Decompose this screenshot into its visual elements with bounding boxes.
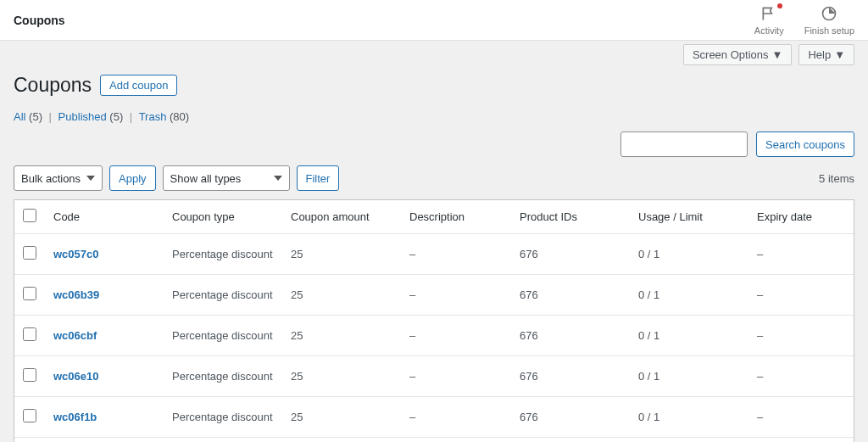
coupon-amount-cell: 25 bbox=[282, 234, 401, 275]
coupon-type-cell: Percentage discount bbox=[164, 316, 282, 356]
usage-column-footer: Usage / Limit bbox=[630, 438, 748, 443]
filter-trash-count: (80) bbox=[170, 110, 189, 123]
description-column-footer: Description bbox=[401, 438, 511, 443]
type-column-header: Coupon type bbox=[164, 200, 282, 234]
coupon-code-link[interactable]: wc06e10 bbox=[53, 370, 99, 383]
search-row: Search coupons bbox=[0, 131, 868, 165]
product-ids-cell: 676 bbox=[511, 356, 630, 397]
usage-cell: 0 / 1 bbox=[630, 275, 748, 316]
help-label: Help bbox=[808, 48, 831, 61]
expiry-cell: – bbox=[748, 316, 854, 356]
filter-published-link[interactable]: Published bbox=[58, 110, 107, 123]
add-coupon-button[interactable]: Add coupon bbox=[100, 75, 177, 96]
amount-column-footer: Coupon amount bbox=[282, 438, 401, 443]
row-checkbox[interactable] bbox=[23, 368, 36, 382]
table-row: wc057c0 Percentage discount 25 – 676 0 /… bbox=[14, 234, 854, 275]
coupon-amount-cell: 25 bbox=[282, 316, 401, 356]
filter-trash-link[interactable]: Trash bbox=[139, 110, 167, 123]
screen-options-row: Screen Options ▼ Help ▼ bbox=[0, 41, 868, 65]
filter-all-link[interactable]: All bbox=[14, 110, 25, 123]
row-checkbox[interactable] bbox=[23, 246, 36, 260]
description-column-header: Description bbox=[401, 200, 511, 234]
code-column-footer[interactable]: Code bbox=[45, 438, 164, 443]
description-cell: – bbox=[401, 234, 511, 275]
product-ids-cell: 676 bbox=[511, 275, 630, 316]
page-title: Coupons bbox=[14, 74, 92, 97]
expiry-cell: – bbox=[748, 234, 854, 275]
flag-icon bbox=[760, 5, 777, 25]
select-all-checkbox[interactable] bbox=[23, 209, 36, 222]
row-checkbox[interactable] bbox=[23, 327, 36, 341]
table-row: wc06b39 Percentage discount 25 – 676 0 /… bbox=[14, 275, 854, 316]
coupon-type-cell: Percentage discount bbox=[164, 275, 282, 316]
usage-cell: 0 / 1 bbox=[630, 234, 748, 275]
page-header: Coupons Add coupon bbox=[0, 65, 868, 110]
table-row: wc06e10 Percentage discount 25 – 676 0 /… bbox=[14, 356, 854, 397]
description-cell: – bbox=[401, 316, 511, 356]
apply-bulk-button[interactable]: Apply bbox=[109, 165, 156, 191]
item-count-top: 5 items bbox=[819, 172, 854, 185]
expiry-column-header: Expiry date bbox=[748, 200, 854, 234]
table-row: wc06f1b Percentage discount 25 – 676 0 /… bbox=[14, 397, 854, 438]
filter-button[interactable]: Filter bbox=[297, 165, 340, 191]
coupon-type-cell: Percentage discount bbox=[164, 234, 282, 275]
coupon-type-cell: Percentage discount bbox=[164, 397, 282, 438]
usage-cell: 0 / 1 bbox=[630, 316, 748, 356]
screen-options-button[interactable]: Screen Options ▼ bbox=[683, 44, 792, 65]
separator: | bbox=[46, 110, 55, 123]
expiry-cell: – bbox=[748, 275, 854, 316]
type-column-footer: Coupon type bbox=[164, 438, 282, 443]
expiry-cell: – bbox=[748, 397, 854, 438]
amount-column-header: Coupon amount bbox=[282, 200, 401, 234]
notification-dot-icon bbox=[777, 3, 782, 8]
pie-icon bbox=[821, 5, 837, 25]
activity-label: Activity bbox=[754, 25, 784, 36]
help-button[interactable]: Help ▼ bbox=[798, 44, 854, 65]
type-filter-select[interactable]: Show all types bbox=[163, 165, 290, 191]
coupon-type-cell: Percentage discount bbox=[164, 356, 282, 397]
coupons-table: Code Coupon type Coupon amount Descripti… bbox=[14, 199, 854, 442]
product-ids-cell: 676 bbox=[511, 234, 630, 275]
table-top-toolbar: Bulk actions Apply Show all types Filter… bbox=[0, 165, 868, 199]
finish-setup-label: Finish setup bbox=[804, 25, 854, 36]
caret-down-icon: ▼ bbox=[772, 48, 783, 61]
usage-cell: 0 / 1 bbox=[630, 356, 748, 397]
usage-cell: 0 / 1 bbox=[630, 397, 748, 438]
search-input[interactable] bbox=[620, 131, 748, 157]
coupon-code-link[interactable]: wc06b39 bbox=[53, 288, 99, 301]
coupon-code-link[interactable]: wc06f1b bbox=[53, 411, 97, 423]
row-checkbox[interactable] bbox=[23, 409, 36, 422]
table-row: wc06cbf Percentage discount 25 – 676 0 /… bbox=[14, 316, 854, 356]
coupon-amount-cell: 25 bbox=[282, 356, 401, 397]
description-cell: – bbox=[401, 356, 511, 397]
usage-column-header: Usage / Limit bbox=[630, 200, 748, 234]
description-cell: – bbox=[401, 275, 511, 316]
expiry-column-footer: Expiry date bbox=[748, 438, 854, 443]
code-column-header[interactable]: Code bbox=[45, 200, 164, 234]
coupon-code-link[interactable]: wc057c0 bbox=[53, 248, 99, 260]
coupon-code-link[interactable]: wc06cbf bbox=[53, 329, 97, 342]
activity-button[interactable]: Activity bbox=[754, 5, 784, 36]
status-filter-links: All (5) | Published (5) | Trash (80) bbox=[0, 110, 868, 131]
row-checkbox[interactable] bbox=[23, 287, 36, 300]
screen-options-label: Screen Options bbox=[693, 48, 769, 61]
product-ids-cell: 676 bbox=[511, 316, 630, 356]
coupon-amount-cell: 25 bbox=[282, 397, 401, 438]
search-coupons-button[interactable]: Search coupons bbox=[756, 131, 854, 157]
filter-all-count: (5) bbox=[29, 110, 42, 123]
expiry-cell: – bbox=[748, 356, 854, 397]
filter-published-count: (5) bbox=[109, 110, 123, 123]
caret-down-icon: ▼ bbox=[834, 48, 845, 61]
product-ids-cell: 676 bbox=[511, 397, 630, 438]
separator: | bbox=[126, 110, 136, 123]
description-cell: – bbox=[401, 397, 511, 438]
topbar-actions: Activity Finish setup bbox=[754, 5, 854, 36]
coupon-amount-cell: 25 bbox=[282, 275, 401, 316]
product-ids-column-header: Product IDs bbox=[511, 200, 630, 234]
topbar-title: Coupons bbox=[14, 14, 65, 27]
bulk-actions-select[interactable]: Bulk actions bbox=[14, 165, 103, 191]
product-ids-column-footer: Product IDs bbox=[511, 438, 630, 443]
topbar: Coupons Activity Finish setup bbox=[0, 0, 868, 41]
finish-setup-button[interactable]: Finish setup bbox=[804, 5, 854, 36]
